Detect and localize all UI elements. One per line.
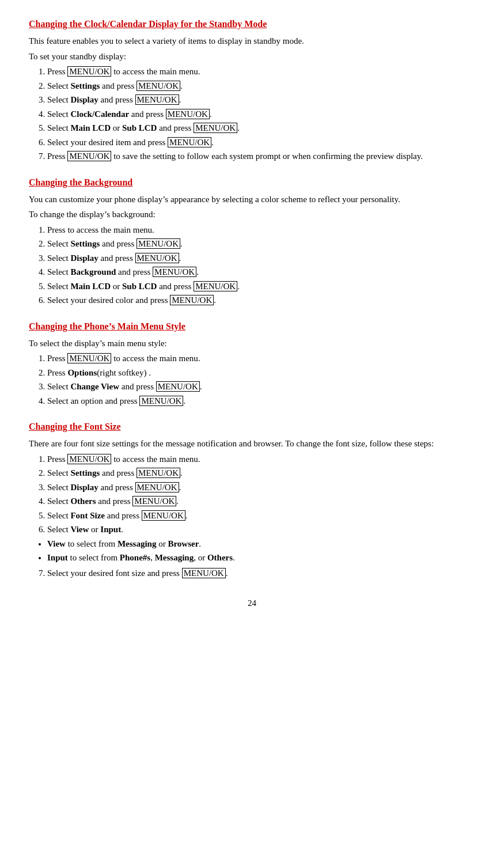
menu-ok-box: MENU/OK xyxy=(168,137,211,147)
menu-ok-box: MENU/OK xyxy=(182,568,226,578)
background-title: Changing the Background xyxy=(29,176,475,189)
bold-text: Font Size xyxy=(70,511,105,520)
clock-calendar-title: Changing the Clock/Calendar Display for … xyxy=(29,17,475,31)
menu-ok-box: MENU/OK xyxy=(156,381,200,392)
page-number: 24 xyxy=(29,597,475,610)
bold-text: Sub LCD xyxy=(122,282,157,291)
bold-text: Others xyxy=(70,496,96,506)
list-item: Select your desired item and press MENU/… xyxy=(47,136,475,149)
menu-ok-box: MENU/OK xyxy=(67,66,111,77)
bold-text: Input xyxy=(100,525,121,534)
list-item: Select Others and press MENU/OK. xyxy=(47,495,475,508)
menu-ok-box: MENU/OK xyxy=(137,468,180,478)
list-item: Select Settings and press MENU/OK. xyxy=(47,467,475,480)
main-menu-style-steps: Press MENU/OK to access the main menu. P… xyxy=(47,352,475,407)
bold-text: View xyxy=(47,539,66,548)
bold-text: Messaging xyxy=(155,553,194,562)
bold-text: Input xyxy=(47,553,68,562)
menu-ok-box: MENU/OK xyxy=(137,81,180,91)
menu-ok-box: MENU/OK xyxy=(142,510,185,521)
bold-text: View xyxy=(70,525,89,534)
bold-text: Settings xyxy=(70,468,100,477)
list-item: Select Display and press MENU/OK. xyxy=(47,93,475,107)
list-item: Select Change View and press MENU/OK. xyxy=(47,380,475,393)
bold-text: Display xyxy=(70,483,98,492)
font-size-section: Changing the Font Size There are four fo… xyxy=(29,420,475,579)
menu-ok-box: MENU/OK xyxy=(194,123,237,133)
bold-text: Phone#s xyxy=(120,553,150,562)
menu-ok-box: MENU/OK xyxy=(67,151,111,161)
list-item: Press Options(right softkey) . xyxy=(47,366,475,380)
menu-ok-box: MENU/OK xyxy=(135,94,179,105)
bold-text: Main LCD xyxy=(70,123,111,132)
bold-text: Messaging xyxy=(118,539,157,548)
list-item: Select an option and press MENU/OK. xyxy=(47,395,475,408)
bold-text: Display xyxy=(70,95,98,104)
font-size-bullets: View to select from Messaging or Browser… xyxy=(47,537,475,564)
menu-ok-box: MENU/OK xyxy=(166,109,210,119)
bold-text: Main LCD xyxy=(70,282,111,291)
menu-ok-box: MENU/OK xyxy=(139,396,183,406)
list-item: Select Settings and press MENU/OK. xyxy=(47,237,475,251)
list-item: Select Main LCD or Sub LCD and press MEN… xyxy=(47,280,475,293)
bold-text: Background xyxy=(70,267,116,276)
list-item: Press MENU/OK to access the main menu. xyxy=(47,453,475,466)
list-item: Select Settings and press MENU/OK. xyxy=(47,79,475,93)
clock-calendar-section: Changing the Clock/Calendar Display for … xyxy=(29,17,475,163)
list-item: Press MENU/OK to access the main menu. xyxy=(47,65,475,78)
list-item: Press to access the main menu. xyxy=(47,223,475,237)
background-intro: You can customize your phone display’s a… xyxy=(29,193,475,206)
menu-ok-box: MENU/OK xyxy=(135,253,179,263)
list-item: Select your desired color and press MENU… xyxy=(47,294,475,307)
menu-ok-box: MENU/OK xyxy=(135,482,179,492)
list-item: Select Display and press MENU/OK. xyxy=(47,481,475,494)
menu-ok-box: MENU/OK xyxy=(170,295,214,305)
menu-ok-box: MENU/OK xyxy=(67,353,111,363)
menu-ok-box: MENU/OK xyxy=(194,281,237,291)
list-item: Select Font Size and press MENU/OK. xyxy=(47,509,475,522)
main-menu-style-title: Changing the Phone’s Main Menu Style xyxy=(29,320,475,333)
list-item: View to select from Messaging or Browser… xyxy=(47,537,475,551)
list-item: Press MENU/OK to access the main menu. xyxy=(47,352,475,365)
list-item: Press MENU/OK to save the setting to fol… xyxy=(47,150,475,163)
bold-text: Clock/Calendar xyxy=(70,109,129,119)
list-item: Select Main LCD or Sub LCD and press MEN… xyxy=(47,122,475,135)
font-size-last-step: Select your desired font size and press … xyxy=(47,567,475,580)
bold-text: Change View xyxy=(70,382,119,391)
main-menu-style-section: Changing the Phone’s Main Menu Style To … xyxy=(29,320,475,408)
bold-text: Settings xyxy=(70,239,100,248)
list-item: Select Display and press MENU/OK. xyxy=(47,252,475,265)
menu-ok-box: MENU/OK xyxy=(67,454,111,464)
list-item: Select your desired font size and press … xyxy=(47,567,475,580)
menu-ok-box: MENU/OK xyxy=(137,238,180,249)
menu-ok-box: MENU/OK xyxy=(153,267,196,277)
bold-text: Browser xyxy=(168,539,199,548)
background-section: Changing the Background You can customiz… xyxy=(29,176,475,307)
bold-text: Settings xyxy=(70,81,100,90)
font-size-title: Changing the Font Size xyxy=(29,420,475,434)
bold-text: Options xyxy=(67,368,97,377)
list-item: Input to select from Phone#s, Messaging,… xyxy=(47,551,475,564)
font-size-steps: Press MENU/OK to access the main menu. S… xyxy=(47,453,475,536)
background-steps: Press to access the main menu. Select Se… xyxy=(47,223,475,307)
bold-text: Sub LCD xyxy=(122,123,157,132)
menu-ok-box: MENU/OK xyxy=(132,496,176,506)
list-item: Select Clock/Calendar and press MENU/OK. xyxy=(47,108,475,121)
bold-text: Others xyxy=(207,553,233,562)
clock-calendar-intro: This feature enables you to select a var… xyxy=(29,35,475,48)
font-size-intro: There are four font size settings for th… xyxy=(29,437,475,450)
main-menu-style-steps-intro: To select the display’s main menu style: xyxy=(29,337,475,350)
bold-text: Display xyxy=(70,253,98,263)
background-steps-intro: To change the display’s background: xyxy=(29,208,475,221)
list-item: Select Background and press MENU/OK. xyxy=(47,266,475,279)
clock-calendar-steps: Press MENU/OK to access the main menu. S… xyxy=(47,65,475,163)
list-item: Select View or Input. xyxy=(47,523,475,536)
clock-calendar-steps-intro: To set your standby display: xyxy=(29,50,475,63)
